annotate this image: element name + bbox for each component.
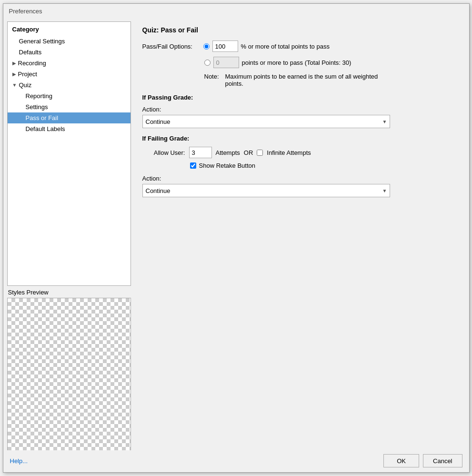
help-link[interactable]: Help...	[10, 457, 28, 465]
attempts-row: Allow User: Attempts OR Infinite Attempt…	[142, 147, 458, 158]
btn-row: OK Cancel	[383, 454, 462, 467]
or-label: OR	[244, 149, 253, 156]
option2-value-input[interactable]	[213, 57, 239, 68]
option1-radio-group: % or more of total points to pass	[203, 41, 330, 52]
styles-preview-label: Styles Preview	[7, 289, 131, 296]
right-panel: Quiz: Pass or Fail Pass/Fail Options: % …	[135, 21, 465, 446]
sidebar-item-project[interactable]: ▶ Project	[8, 69, 131, 80]
category-header: Category	[8, 22, 131, 36]
option2-row: points or more to pass (Total Points: 30…	[204, 57, 458, 68]
sidebar-item-defaults[interactable]: Defaults	[8, 47, 131, 58]
passing-action-dropdown-wrap: Continue Go to slide Open URL/file Close…	[142, 115, 390, 128]
arrow-down-icon: ▼	[12, 82, 17, 88]
sidebar-item-pass-or-fail[interactable]: Pass or Fail	[8, 112, 131, 123]
dialog-footer: Help... OK Cancel	[3, 450, 469, 472]
sidebar-item-general-settings[interactable]: General Settings	[8, 36, 131, 47]
pass-fail-options-row: Pass/Fail Options: % or more of total po…	[142, 41, 458, 52]
cancel-button[interactable]: Cancel	[423, 454, 462, 467]
styles-preview-box	[7, 298, 131, 450]
failing-grade-title: If Failing Grade:	[142, 135, 458, 142]
allow-user-label: Allow User:	[142, 149, 185, 156]
styles-preview-section: Styles Preview	[7, 289, 131, 450]
arrow-right-icon: ▶	[12, 71, 16, 77]
passing-action-select[interactable]: Continue Go to slide Open URL/file Close…	[142, 115, 390, 128]
passing-grade-title: If Passing Grade:	[142, 94, 458, 101]
show-retake-row: Show Retake Button	[190, 162, 458, 169]
note-row: Note: Maximum points to be earned is the…	[204, 73, 458, 87]
option1-value-input[interactable]	[212, 41, 238, 52]
option2-suffix: points or more to pass (Total Points: 30…	[242, 59, 351, 66]
failing-action-dropdown-wrap: Continue Go to slide Open URL/file Close…	[142, 184, 390, 197]
option2-radio-group: points or more to pass (Total Points: 30…	[204, 57, 351, 68]
failing-action-label: Action:	[142, 175, 458, 182]
note-label: Note:	[204, 73, 222, 80]
arrow-right-icon: ▶	[12, 61, 16, 66]
show-retake-checkbox[interactable]	[190, 162, 196, 169]
category-tree: Category General Settings Defaults ▶ Rec…	[7, 21, 131, 286]
infinite-attempts-label: Infinite Attempts	[267, 149, 311, 156]
content-area: Quiz: Pass or Fail Pass/Fail Options: % …	[135, 21, 465, 446]
sidebar-item-settings[interactable]: Settings	[8, 101, 131, 112]
ok-button[interactable]: OK	[383, 454, 419, 467]
option2-radio[interactable]	[204, 60, 211, 66]
sidebar-item-recording[interactable]: ▶ Recording	[8, 58, 131, 69]
show-retake-label: Show Retake Button	[199, 162, 256, 169]
infinite-attempts-checkbox[interactable]	[257, 150, 263, 156]
sidebar-item-quiz[interactable]: ▼ Quiz	[8, 80, 131, 91]
dialog-title: Preferences	[3, 4, 469, 18]
failing-action-select[interactable]: Continue Go to slide Open URL/file Close…	[142, 184, 390, 197]
left-panel: Category General Settings Defaults ▶ Rec…	[7, 21, 131, 446]
sidebar-item-default-labels[interactable]: Default Labels	[8, 123, 131, 134]
attempts-label-text: Attempts	[216, 149, 240, 156]
option1-suffix: % or more of total points to pass	[241, 43, 330, 50]
section-title: Quiz: Pass or Fail	[142, 26, 458, 34]
option1-radio[interactable]	[203, 43, 210, 50]
preferences-dialog: Preferences Category General Settings De…	[3, 3, 470, 473]
passing-action-label: Action:	[142, 106, 458, 113]
pass-fail-label: Pass/Fail Options:	[142, 43, 200, 50]
attempts-input[interactable]	[189, 147, 212, 158]
sidebar-item-reporting[interactable]: Reporting	[8, 91, 131, 101]
note-text: Maximum points to be earned is the sum o…	[225, 73, 387, 87]
dialog-body: Category General Settings Defaults ▶ Rec…	[3, 18, 469, 450]
